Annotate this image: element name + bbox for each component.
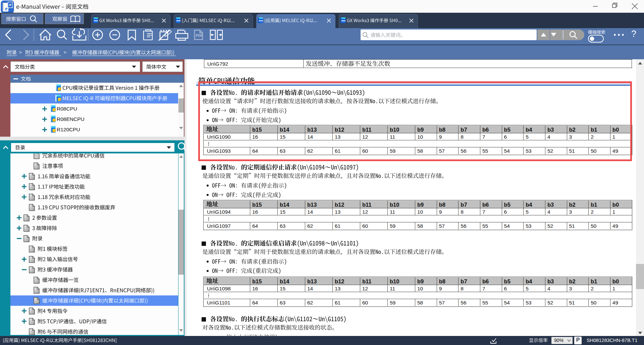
svg-text:e: e	[5, 5, 8, 12]
